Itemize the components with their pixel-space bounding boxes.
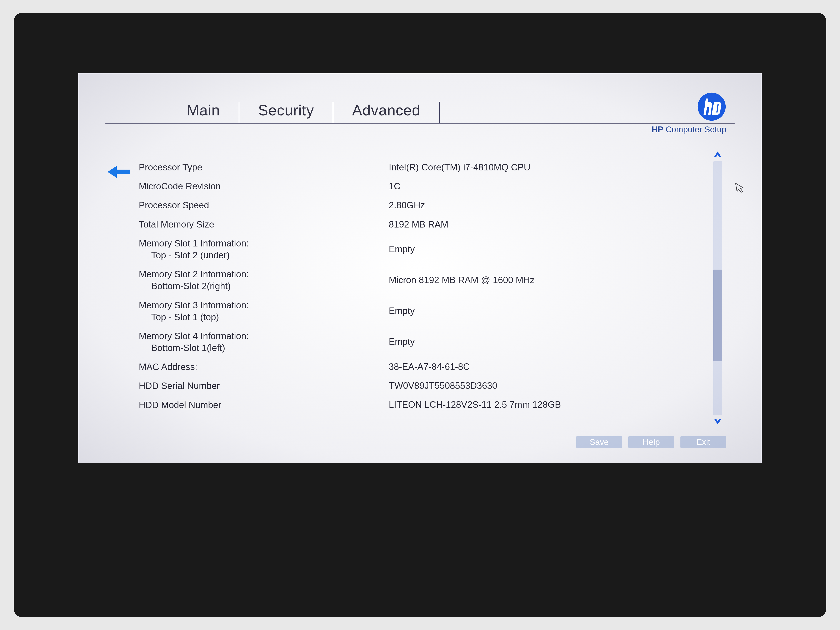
label-mem-slot-1: Memory Slot 1 Information: Top - Slot 2 …	[139, 237, 389, 261]
value-mac-address: 38-EA-A7-84-61-8C	[389, 361, 707, 373]
value-microcode-rev: 1C	[389, 180, 707, 192]
label-mac-address: MAC Address:	[139, 361, 389, 373]
label-mem-slot-2: Memory Slot 2 Information: Bottom-Slot 2…	[139, 268, 389, 292]
scroll-down-icon[interactable]	[713, 415, 722, 427]
label-mem-slot-4: Memory Slot 4 Information: Bottom-Slot 1…	[139, 330, 389, 354]
value-mem-slot-1: Empty	[389, 237, 707, 261]
value-mem-slot-4: Empty	[389, 330, 707, 354]
label-processor-speed: Processor Speed	[139, 199, 389, 211]
value-total-memory: 8192 MB RAM	[389, 218, 707, 230]
label-microcode-rev: MicroCode Revision	[139, 180, 389, 192]
value-processor-type: Intel(R) Core(TM) i7-4810MQ CPU	[389, 161, 707, 173]
values-column: Intel(R) Core(TM) i7-4810MQ CPU 1C 2.80G…	[389, 161, 707, 418]
help-button[interactable]: Help	[628, 436, 674, 448]
label-hdd-model: HDD Model Number	[139, 399, 389, 411]
header: Main Security Advanced	[106, 92, 734, 123]
scrollbar[interactable]	[713, 161, 722, 415]
subtitle: HP Computer Setup	[652, 125, 726, 134]
back-arrow-icon[interactable]	[106, 161, 130, 418]
tab-advanced[interactable]: Advanced	[333, 102, 440, 123]
footer-buttons: Save Help Exit	[576, 436, 726, 448]
tab-security[interactable]: Security	[239, 102, 333, 123]
hp-logo-icon	[697, 92, 726, 121]
value-mem-slot-3: Empty	[389, 299, 707, 323]
value-hdd-model: LITEON LCH-128V2S-11 2.5 7mm 128GB	[389, 398, 707, 411]
label-processor-type: Processor Type	[139, 161, 389, 173]
save-button[interactable]: Save	[576, 436, 622, 448]
subtitle-row: HP Computer Setup	[106, 125, 734, 134]
mouse-cursor-icon	[734, 181, 746, 197]
value-mem-slot-2: Micron 8192 MB RAM @ 1600 MHz	[389, 268, 707, 292]
tab-main[interactable]: Main	[168, 102, 239, 123]
label-hdd-serial: HDD Serial Number	[139, 380, 389, 392]
value-hdd-serial: TW0V89JT5508553D3630	[389, 380, 707, 392]
laptop-bezel: Main Security Advanced HP Computer Setup	[14, 13, 826, 617]
label-mem-slot-3: Memory Slot 3 Information: Top - Slot 1 …	[139, 299, 389, 323]
brand-block	[697, 92, 734, 123]
scroll-up-icon[interactable]	[713, 149, 722, 160]
bios-screen: Main Security Advanced HP Computer Setup	[78, 73, 762, 463]
content-area: Processor Type MicroCode Revision Proces…	[106, 161, 734, 418]
value-processor-speed: 2.80GHz	[389, 199, 707, 211]
info-table: Processor Type MicroCode Revision Proces…	[139, 161, 734, 418]
label-total-memory: Total Memory Size	[139, 218, 389, 230]
exit-button[interactable]: Exit	[681, 436, 726, 448]
labels-column: Processor Type MicroCode Revision Proces…	[139, 161, 389, 418]
tab-bar: Main Security Advanced	[106, 102, 440, 123]
scroll-thumb[interactable]	[713, 270, 722, 361]
